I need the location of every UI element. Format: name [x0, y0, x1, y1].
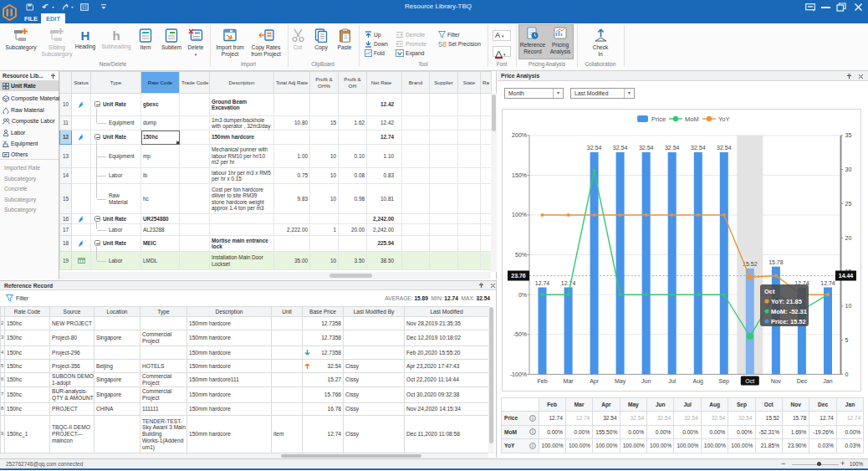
svg-text:Jan: Jan	[823, 378, 832, 384]
svg-text:0: 0	[845, 371, 849, 377]
svg-text:32.54: 32.54	[691, 145, 706, 151]
svg-text:100%: 100%	[512, 212, 527, 218]
svg-text:Apr: Apr	[590, 378, 600, 385]
svg-text:30: 30	[845, 166, 852, 172]
svg-text:MoM: MoM	[685, 115, 699, 123]
svg-text:May: May	[615, 378, 626, 385]
svg-text:200%: 200%	[512, 132, 527, 138]
svg-text:23.76: 23.76	[511, 273, 526, 279]
svg-text:50%: 50%	[515, 252, 527, 258]
svg-text:Oct: Oct	[764, 288, 775, 295]
svg-text:10: 10	[845, 303, 852, 309]
svg-text:8: 8	[442, 40, 447, 48]
svg-text:12.74: 12.74	[820, 280, 835, 286]
svg-text:15.78: 15.78	[768, 259, 784, 265]
svg-text:Price: 15.52: Price: 15.52	[771, 318, 806, 325]
svg-text:Nov: Nov	[771, 378, 782, 384]
svg-text:12.74: 12.74	[561, 280, 576, 286]
svg-text:14.44: 14.44	[839, 273, 854, 279]
svg-text:20: 20	[845, 235, 852, 241]
svg-text:Jun: Jun	[641, 378, 651, 384]
svg-text:-50%: -50%	[513, 331, 527, 337]
svg-text:32.54: 32.54	[639, 145, 654, 151]
svg-text:150%: 150%	[512, 172, 527, 178]
svg-text:25: 25	[845, 201, 852, 207]
svg-text:0%: 0%	[518, 292, 527, 298]
svg-text:12.74: 12.74	[535, 280, 550, 286]
svg-text:35: 35	[845, 132, 852, 138]
svg-text:Jul: Jul	[668, 378, 676, 384]
svg-text:MoM: -52.31: MoM: -52.31	[771, 308, 807, 315]
svg-text:Feb: Feb	[537, 378, 547, 384]
svg-text:32.54: 32.54	[587, 145, 602, 151]
svg-text:32.54: 32.54	[665, 145, 680, 151]
svg-text:32.54: 32.54	[613, 145, 628, 151]
svg-text:Dec: Dec	[797, 378, 808, 384]
svg-text:5: 5	[845, 337, 849, 343]
svg-text:Aug: Aug	[693, 378, 704, 385]
svg-text:Sep: Sep	[719, 378, 730, 385]
svg-text:-100%: -100%	[510, 371, 527, 377]
svg-text:YoY: 21.85: YoY: 21.85	[771, 298, 802, 305]
svg-text:YoY: YoY	[718, 115, 730, 123]
svg-text:Mar: Mar	[564, 378, 574, 384]
svg-text:32.54: 32.54	[717, 145, 732, 151]
svg-text:Oct: Oct	[745, 378, 754, 384]
svg-text:Price: Price	[651, 115, 666, 123]
